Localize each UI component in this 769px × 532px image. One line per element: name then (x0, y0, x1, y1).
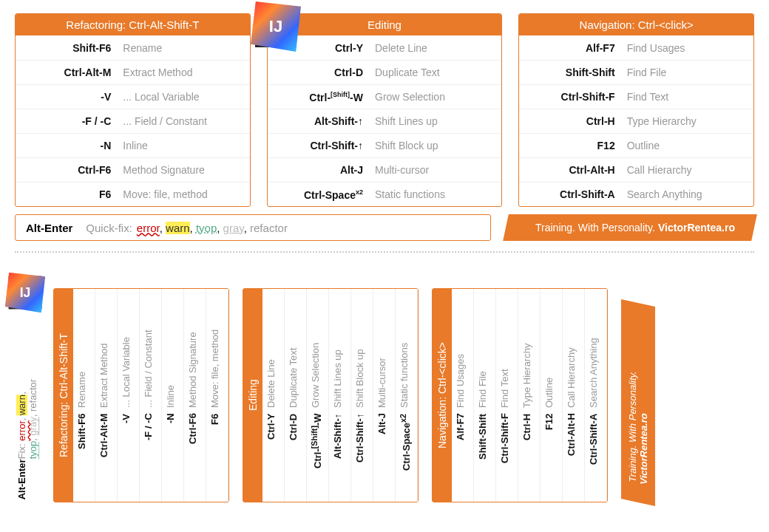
shortcut-col: Ctrl-[Shift]-WGrow Selection (307, 289, 329, 502)
shortcut-row: Ctrl-Alt-MExtract Method (16, 60, 250, 84)
shortcut-key: Ctrl-Alt-H (566, 408, 581, 497)
shortcut-key: Ctrl-Shift-F (519, 91, 622, 103)
promo-banner: Training. With Personality.VictorRentea.… (503, 214, 756, 241)
shortcut-row: Alt-JMulti-cursor (268, 157, 502, 182)
shortcut-key: Shift-F6 (16, 42, 118, 54)
shortcut-key: F12 (519, 140, 622, 151)
shortcut-desc: ... Local Variable (118, 91, 249, 103)
shortcut-row: -NInline (16, 133, 250, 157)
shortcut-key: Ctrl-H (521, 408, 537, 497)
shortcut-desc: Grow Selection (310, 293, 325, 408)
shortcut-desc: Find File (477, 293, 492, 408)
editing-card-vertical: Editing Ctrl-YDelete LineCtrl-DDuplicate… (243, 288, 419, 502)
shortcut-key: Ctrl-Alt-M (16, 66, 118, 78)
quickfix-bar: Alt-Enter Quick-fix: error, warn, tyop, … (15, 214, 754, 241)
shortcut-desc: Outline (623, 140, 753, 151)
shortcut-row: Ctrl-YDelete Line (268, 35, 502, 60)
divider (15, 251, 754, 253)
refactoring-card: Refactoring: Ctrl-Alt-Shift-T Shift-F6Re… (15, 13, 251, 207)
shortcut-col: -V... Local Variable (118, 289, 140, 502)
shortcut-desc: Type Hierarchy (521, 293, 537, 408)
shortcut-desc: Find Usages (623, 42, 753, 54)
shortcut-col: Ctrl-Shift-FFind Text (496, 289, 518, 502)
shortcut-row: Alf-F7Find Usages (519, 35, 753, 60)
quickfix-values: error, warn, tyop, gray, refactor (137, 222, 288, 234)
refactoring-card-vertical: Refactoring: Ctrl-Alt-Shift-T Shift-F6Re… (53, 288, 229, 502)
shortcut-key: Ctrl-F6 (16, 164, 118, 176)
refactoring-header: Refactoring: Ctrl-Alt-Shift-T (16, 14, 250, 35)
shortcut-row: Alt-Shift-↑Shift Lines up (268, 109, 502, 133)
shortcut-row: F12Outline (519, 133, 753, 157)
shortcut-desc: Delete Line (265, 293, 281, 408)
shortcut-desc: Find Usages (455, 293, 470, 408)
shortcut-col: Ctrl-Alt-MExtract Method (95, 289, 118, 502)
editing-header-vertical: Editing (243, 289, 262, 502)
shortcut-row: Ctrl-[Shift]-WGrow Selection (268, 84, 502, 109)
shortcut-row: Ctrl-Spacex2Static functions (268, 182, 502, 206)
shortcut-row: Ctrl-HType Hierarchy (519, 109, 753, 133)
shortcut-desc: Shift Block up (370, 140, 501, 151)
shortcut-desc: Call Hierarchy (566, 293, 581, 408)
refactoring-rows: Shift-F6RenameCtrl-Alt-MExtract Method-V… (16, 35, 250, 206)
shortcut-key: Ctrl-Shift-↑ (354, 408, 370, 497)
shortcut-key: Ctrl-H (519, 115, 622, 127)
editing-rows: Ctrl-YDelete LineCtrl-DDuplicate TextCtr… (268, 35, 502, 206)
navigation-header-vertical: Navigation: Ctrl-<click> (433, 289, 452, 502)
shortcut-desc: ... Field / Constant (143, 293, 158, 408)
shortcut-desc: Move: file, method (118, 188, 249, 200)
shortcut-key: Ctrl-[Shift]-W (268, 91, 370, 103)
shortcut-col: Ctrl-DDuplicate Text (285, 289, 307, 502)
shortcut-desc: ... Field / Constant (118, 115, 249, 127)
shortcut-key: F6 (209, 408, 225, 497)
shortcut-key: Alt-Shift-↑ (268, 115, 370, 127)
shortcut-desc: ... Local Variable (121, 293, 136, 408)
shortcut-desc: Delete Line (370, 42, 501, 54)
shortcut-col: Alf-F7Find Usages (452, 289, 474, 502)
editing-vcols: Ctrl-YDelete LineCtrl-DDuplicate TextCtr… (262, 289, 418, 502)
shortcut-row: Shift-F6Rename (16, 35, 250, 60)
shortcut-key: Ctrl-Shift-A (588, 408, 603, 497)
shortcut-key: -V (16, 91, 118, 103)
shortcut-key: Alf-F7 (455, 408, 470, 497)
shortcut-desc: Find Text (623, 91, 753, 103)
shortcut-row: -F / -C... Field / Constant (16, 109, 250, 133)
refactoring-vcols: Shift-F6RenameCtrl-Alt-MExtract Method-V… (73, 289, 228, 502)
shortcut-row: Ctrl-F6Method Signature (16, 157, 250, 182)
shortcut-desc: Shift Lines up (332, 293, 348, 408)
shortcut-key: Ctrl-[Shift]-W (310, 408, 325, 497)
shortcut-col: F12Outline (541, 289, 563, 502)
intellij-logo-icon: IJ (255, 6, 297, 47)
shortcut-desc: Multi-cursor (376, 293, 392, 408)
quickfix-vertical: Alt-Enter Fix: error, warn, tyop, gray, … (15, 376, 40, 502)
shortcut-desc: Shift Block up (354, 293, 370, 408)
shortcut-desc: Method Signature (118, 164, 249, 176)
shortcut-key: Alt-J (268, 164, 370, 176)
navigation-card: Navigation: Ctrl-<click> Alf-F7Find Usag… (518, 13, 754, 207)
shortcut-key: Shift-Shift (477, 408, 492, 497)
shortcut-desc: Inline (118, 140, 249, 151)
shortcut-desc: Move: file, method (209, 293, 225, 408)
shortcut-key: Ctrl-Spacex2 (399, 408, 414, 497)
shortcut-row: Ctrl-Shift-ASearch Anything (519, 182, 753, 206)
shortcut-key: -F / -C (16, 115, 118, 127)
shortcut-key: Ctrl-Alt-H (519, 164, 622, 176)
shortcut-desc: Static functions (370, 188, 501, 200)
bottom-rotated-row: Alt-Enter Fix: error, warn, tyop, gray, … (15, 260, 754, 502)
shortcut-key: Ctrl-Spacex2 (268, 188, 370, 201)
shortcut-key: Ctrl-D (268, 66, 370, 78)
shortcut-key: Ctrl-Alt-M (98, 408, 114, 497)
shortcut-desc: Duplicate Text (370, 66, 501, 78)
shortcut-desc: Outline (543, 293, 559, 408)
shortcut-col: Alt-JMulti-cursor (373, 289, 396, 502)
quickfix-box: Alt-Enter Quick-fix: error, warn, tyop, … (15, 214, 491, 241)
shortcut-key: -V (121, 408, 136, 497)
shortcut-desc: Multi-cursor (370, 164, 501, 176)
shortcut-desc: Find File (623, 66, 753, 78)
shortcut-col: Ctrl-F6Method Signature (184, 289, 206, 502)
shortcut-col: F6Move: file, method (206, 289, 228, 502)
shortcut-key: F6 (16, 188, 118, 200)
shortcut-desc: Rename (118, 42, 249, 54)
shortcut-desc: Search Anything (588, 293, 603, 408)
shortcut-key: Shift-Shift (519, 66, 622, 78)
shortcut-key: Ctrl-D (288, 408, 303, 497)
